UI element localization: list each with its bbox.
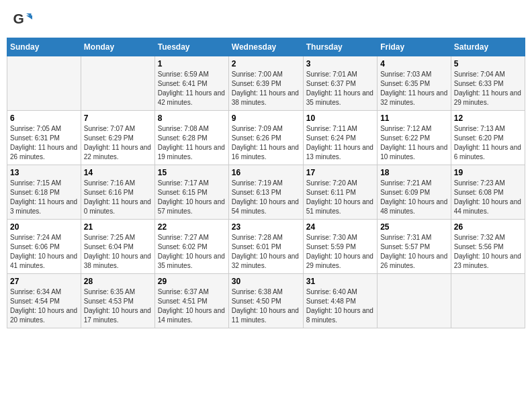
calendar-cell	[451, 274, 525, 328]
day-number: 28	[84, 277, 152, 286]
day-number: 31	[306, 277, 374, 286]
calendar-week-row: 27Sunrise: 6:34 AMSunset: 4:54 PMDayligh…	[7, 274, 525, 328]
calendar-header-row: SundayMondayTuesdayWednesdayThursdayFrid…	[7, 38, 525, 56]
logo-icon: G	[12, 9, 32, 30]
day-number: 4	[380, 59, 448, 68]
calendar-week-row: 6Sunrise: 7:05 AMSunset: 6:31 PMDaylight…	[7, 111, 525, 165]
logo: G	[12, 9, 35, 30]
day-info: Sunrise: 6:37 AMSunset: 4:51 PMDaylight:…	[158, 287, 226, 325]
day-info: Sunrise: 7:13 AMSunset: 6:20 PMDaylight:…	[454, 124, 522, 162]
day-number: 5	[454, 59, 522, 68]
calendar-cell: 27Sunrise: 6:34 AMSunset: 4:54 PMDayligh…	[7, 274, 81, 328]
calendar-cell: 9Sunrise: 7:09 AMSunset: 6:26 PMDaylight…	[228, 111, 303, 165]
day-info: Sunrise: 6:34 AMSunset: 4:54 PMDaylight:…	[10, 287, 78, 325]
svg-text:G: G	[13, 11, 24, 26]
day-info: Sunrise: 7:32 AMSunset: 5:56 PMDaylight:…	[454, 233, 522, 271]
day-of-week-header: Monday	[81, 38, 154, 56]
day-number: 16	[232, 168, 300, 177]
calendar-cell: 24Sunrise: 7:30 AMSunset: 5:59 PMDayligh…	[303, 220, 377, 274]
calendar-table: SundayMondayTuesdayWednesdayThursdayFrid…	[7, 38, 525, 328]
day-number: 22	[158, 222, 226, 232]
day-number: 13	[10, 168, 78, 177]
day-info: Sunrise: 7:21 AMSunset: 6:09 PMDaylight:…	[380, 179, 448, 216]
calendar-week-row: 1Sunrise: 6:59 AMSunset: 6:41 PMDaylight…	[7, 56, 525, 111]
day-number: 11	[380, 113, 448, 123]
day-of-week-header: Thursday	[303, 38, 377, 56]
day-of-week-header: Wednesday	[228, 38, 303, 56]
day-info: Sunrise: 7:16 AMSunset: 6:16 PMDaylight:…	[84, 179, 152, 216]
calendar-cell: 30Sunrise: 6:38 AMSunset: 4:50 PMDayligh…	[228, 274, 303, 328]
calendar-cell: 10Sunrise: 7:11 AMSunset: 6:24 PMDayligh…	[303, 111, 377, 165]
day-number: 27	[10, 277, 78, 286]
calendar-week-row: 20Sunrise: 7:24 AMSunset: 6:06 PMDayligh…	[7, 220, 525, 274]
day-number: 9	[232, 113, 300, 123]
day-number: 21	[84, 222, 152, 232]
day-info: Sunrise: 7:27 AMSunset: 6:02 PMDaylight:…	[158, 233, 226, 271]
day-info: Sunrise: 6:35 AMSunset: 4:53 PMDaylight:…	[84, 287, 152, 325]
calendar-cell: 3Sunrise: 7:01 AMSunset: 6:37 PMDaylight…	[303, 56, 377, 111]
day-number: 30	[232, 277, 300, 286]
calendar-cell: 17Sunrise: 7:20 AMSunset: 6:11 PMDayligh…	[303, 165, 377, 220]
svg-marker-2	[26, 15, 32, 19]
day-info: Sunrise: 7:00 AMSunset: 6:39 PMDaylight:…	[232, 70, 300, 107]
day-info: Sunrise: 7:28 AMSunset: 6:01 PMDaylight:…	[232, 233, 300, 271]
calendar-week-row: 13Sunrise: 7:15 AMSunset: 6:18 PMDayligh…	[7, 165, 525, 220]
calendar-cell: 4Sunrise: 7:03 AMSunset: 6:35 PMDaylight…	[378, 56, 451, 111]
calendar-cell: 29Sunrise: 6:37 AMSunset: 4:51 PMDayligh…	[154, 274, 228, 328]
calendar-cell: 5Sunrise: 7:04 AMSunset: 6:33 PMDaylight…	[451, 56, 525, 111]
day-number: 1	[158, 59, 226, 68]
calendar-cell: 25Sunrise: 7:31 AMSunset: 5:57 PMDayligh…	[378, 220, 451, 274]
day-number: 15	[158, 168, 226, 177]
day-number: 14	[84, 168, 152, 177]
day-info: Sunrise: 7:09 AMSunset: 6:26 PMDaylight:…	[232, 124, 300, 162]
calendar-cell: 23Sunrise: 7:28 AMSunset: 6:01 PMDayligh…	[228, 220, 303, 274]
calendar-cell: 1Sunrise: 6:59 AMSunset: 6:41 PMDaylight…	[154, 56, 228, 111]
day-info: Sunrise: 6:59 AMSunset: 6:41 PMDaylight:…	[158, 70, 226, 107]
day-number: 10	[306, 113, 374, 123]
day-number: 20	[10, 222, 78, 232]
day-of-week-header: Friday	[378, 38, 451, 56]
day-info: Sunrise: 6:40 AMSunset: 4:48 PMDaylight:…	[306, 287, 374, 325]
calendar-cell: 12Sunrise: 7:13 AMSunset: 6:20 PMDayligh…	[451, 111, 525, 165]
day-info: Sunrise: 7:25 AMSunset: 6:04 PMDaylight:…	[84, 233, 152, 271]
day-info: Sunrise: 7:23 AMSunset: 6:08 PMDaylight:…	[454, 179, 522, 216]
calendar-cell: 16Sunrise: 7:19 AMSunset: 6:13 PMDayligh…	[228, 165, 303, 220]
day-number: 29	[158, 277, 226, 286]
day-info: Sunrise: 7:01 AMSunset: 6:37 PMDaylight:…	[306, 70, 374, 107]
day-info: Sunrise: 7:07 AMSunset: 6:29 PMDaylight:…	[84, 124, 152, 162]
day-info: Sunrise: 7:19 AMSunset: 6:13 PMDaylight:…	[232, 179, 300, 216]
day-number: 8	[158, 113, 226, 123]
calendar-cell	[378, 274, 451, 328]
day-number: 2	[232, 59, 300, 68]
calendar-cell: 2Sunrise: 7:00 AMSunset: 6:39 PMDaylight…	[228, 56, 303, 111]
calendar-cell: 31Sunrise: 6:40 AMSunset: 4:48 PMDayligh…	[303, 274, 377, 328]
day-info: Sunrise: 7:20 AMSunset: 6:11 PMDaylight:…	[306, 179, 374, 216]
day-info: Sunrise: 7:03 AMSunset: 6:35 PMDaylight:…	[380, 70, 448, 107]
calendar-cell: 7Sunrise: 7:07 AMSunset: 6:29 PMDaylight…	[81, 111, 154, 165]
day-of-week-header: Sunday	[7, 38, 81, 56]
calendar-cell: 19Sunrise: 7:23 AMSunset: 6:08 PMDayligh…	[451, 165, 525, 220]
calendar-cell: 15Sunrise: 7:17 AMSunset: 6:15 PMDayligh…	[154, 165, 228, 220]
calendar-cell	[81, 56, 154, 111]
day-number: 17	[306, 168, 374, 177]
day-info: Sunrise: 7:30 AMSunset: 5:59 PMDaylight:…	[306, 233, 374, 271]
day-number: 12	[454, 113, 522, 123]
day-info: Sunrise: 7:05 AMSunset: 6:31 PMDaylight:…	[10, 124, 78, 162]
day-number: 7	[84, 113, 152, 123]
day-info: Sunrise: 7:17 AMSunset: 6:15 PMDaylight:…	[158, 179, 226, 216]
calendar-cell: 14Sunrise: 7:16 AMSunset: 6:16 PMDayligh…	[81, 165, 154, 220]
calendar-cell: 18Sunrise: 7:21 AMSunset: 6:09 PMDayligh…	[378, 165, 451, 220]
day-of-week-header: Tuesday	[154, 38, 228, 56]
day-number: 23	[232, 222, 300, 232]
day-number: 18	[380, 168, 448, 177]
day-info: Sunrise: 7:24 AMSunset: 6:06 PMDaylight:…	[10, 233, 78, 271]
day-info: Sunrise: 7:31 AMSunset: 5:57 PMDaylight:…	[380, 233, 448, 271]
calendar-cell: 20Sunrise: 7:24 AMSunset: 6:06 PMDayligh…	[7, 220, 81, 274]
calendar-cell: 22Sunrise: 7:27 AMSunset: 6:02 PMDayligh…	[154, 220, 228, 274]
day-number: 19	[454, 168, 522, 177]
day-number: 24	[306, 222, 374, 232]
calendar-cell: 21Sunrise: 7:25 AMSunset: 6:04 PMDayligh…	[81, 220, 154, 274]
page-header: G	[7, 7, 525, 32]
calendar-cell: 8Sunrise: 7:08 AMSunset: 6:28 PMDaylight…	[154, 111, 228, 165]
calendar-cell: 13Sunrise: 7:15 AMSunset: 6:18 PMDayligh…	[7, 165, 81, 220]
